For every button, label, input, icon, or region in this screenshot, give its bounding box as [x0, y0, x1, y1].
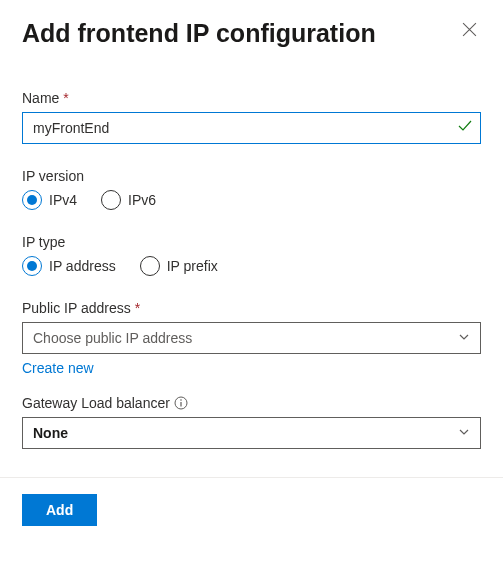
close-button[interactable] — [458, 18, 481, 41]
public-ip-select[interactable]: Choose public IP address — [22, 322, 481, 354]
radio-icon — [22, 256, 42, 276]
gateway-lb-label: Gateway Load balancer — [22, 395, 170, 411]
info-icon[interactable] — [174, 396, 188, 410]
radio-ipv6[interactable]: IPv6 — [101, 190, 156, 210]
name-input[interactable] — [22, 112, 481, 144]
svg-rect-2 — [180, 402, 181, 407]
check-icon — [457, 118, 473, 138]
radio-label-ipv6: IPv6 — [128, 192, 156, 208]
ip-type-label: IP type — [22, 234, 65, 250]
radio-ipv4[interactable]: IPv4 — [22, 190, 77, 210]
ip-version-label: IP version — [22, 168, 84, 184]
radio-ip-prefix[interactable]: IP prefix — [140, 256, 218, 276]
close-icon — [462, 22, 477, 37]
gateway-lb-value: None — [33, 425, 68, 441]
svg-point-1 — [180, 399, 182, 401]
radio-label-ipv4: IPv4 — [49, 192, 77, 208]
public-ip-label: Public IP address — [22, 300, 131, 316]
radio-label-ip-address: IP address — [49, 258, 116, 274]
radio-label-ip-prefix: IP prefix — [167, 258, 218, 274]
chevron-down-icon — [458, 330, 470, 346]
name-label: Name — [22, 90, 59, 106]
radio-icon — [22, 190, 42, 210]
add-button[interactable]: Add — [22, 494, 97, 526]
radio-icon — [140, 256, 160, 276]
panel-title: Add frontend IP configuration — [22, 18, 376, 48]
public-ip-placeholder: Choose public IP address — [33, 330, 192, 346]
required-mark: * — [63, 90, 68, 106]
gateway-lb-select[interactable]: None — [22, 417, 481, 449]
create-new-link[interactable]: Create new — [22, 360, 94, 376]
chevron-down-icon — [458, 425, 470, 441]
radio-icon — [101, 190, 121, 210]
radio-ip-address[interactable]: IP address — [22, 256, 116, 276]
required-mark: * — [135, 300, 140, 316]
